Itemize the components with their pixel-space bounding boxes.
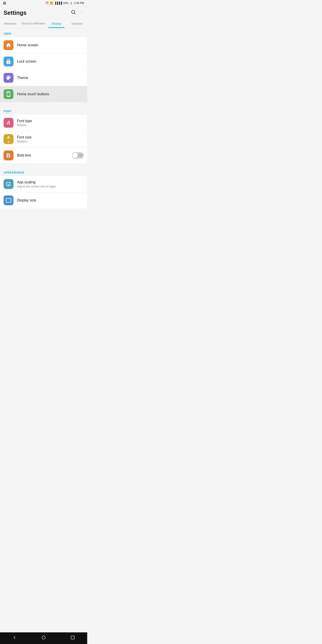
bottom-nav-spacer (0, 208, 87, 220)
settings-item-font-size[interactable]: AA Font size Medium (0, 131, 87, 147)
home-touch-icon (4, 89, 14, 99)
signal-icon: ▐▐▐▐ (54, 2, 62, 5)
font-size-title: Font size (17, 135, 84, 139)
app-scaling-subtitle: Adjust the screen size of apps (17, 185, 84, 188)
settings-item-home-screen[interactable]: Home screen (0, 37, 87, 54)
font-type-title: Font type (17, 119, 84, 123)
settings-item-home-touch[interactable]: Home touch buttons (0, 86, 87, 102)
app-scaling-title: App scaling (17, 180, 84, 184)
bold-text-toggle[interactable]: OFF (72, 152, 84, 158)
settings-item-font-type[interactable]: A Font type Roboto (0, 115, 87, 131)
section-divider-font (0, 102, 87, 106)
status-icons: ⏰ 📶 ▐▐▐▐ 93% 🔋 2:45 PM (46, 2, 84, 5)
header: Settings (0, 6, 87, 17)
font-type-subtitle: Roboto (17, 124, 84, 127)
font-type-icon: A (4, 118, 14, 128)
display-size-title: Display size (17, 198, 84, 202)
tab-general[interactable]: General (67, 19, 87, 28)
tab-display[interactable]: Display (46, 19, 67, 28)
tab-sound[interactable]: Sound & notification (20, 19, 46, 28)
toggle-off-label: OFF (78, 154, 82, 156)
time-display: 2:45 PM (74, 2, 84, 5)
theme-icon (4, 73, 14, 83)
lock-screen-icon (4, 56, 14, 66)
section-header-appearance: APPEARANCE (0, 167, 87, 176)
page-title: Settings (4, 10, 26, 16)
alarm-icon: ⏰ (46, 2, 49, 5)
bold-text-icon: B (4, 150, 14, 160)
home-screen-icon (4, 40, 14, 50)
header-actions (70, 8, 84, 17)
toggle-knob (72, 153, 78, 158)
section-header-font: FONT (0, 106, 87, 115)
home-screen-title: Home screen (17, 43, 84, 47)
app-scaling-icon (4, 179, 14, 189)
battery-icon: 🔋 (70, 2, 73, 5)
bold-text-title: Bold text (17, 154, 72, 158)
wifi-icon: 📶 (50, 2, 53, 5)
tab-networks[interactable]: Networks (0, 19, 20, 28)
svg-point-0 (72, 10, 75, 14)
lock-screen-title: Lock screen (17, 60, 84, 64)
status-bar: 🖼 ⏰ 📶 ▐▐▐▐ 93% 🔋 2:45 PM (0, 0, 87, 6)
display-size-icon (4, 196, 14, 205)
tabs: Networks Sound & notification Display Ge… (0, 19, 87, 28)
settings-item-app-scaling[interactable]: App scaling Adjust the screen size of ap… (0, 176, 87, 192)
section-header-view: VIEW (0, 28, 87, 37)
search-button[interactable] (70, 8, 77, 17)
svg-line-1 (74, 13, 76, 14)
settings-item-display-size[interactable]: Display size (0, 192, 87, 208)
appearance-section-list: App scaling Adjust the screen size of ap… (0, 176, 87, 208)
home-touch-title: Home touch buttons (17, 92, 84, 96)
settings-item-theme[interactable]: Theme (0, 70, 87, 86)
section-divider-appearance (0, 164, 87, 167)
settings-item-lock-screen[interactable]: Lock screen (0, 54, 87, 70)
font-size-subtitle: Medium (17, 140, 84, 143)
view-section-list: Home screen Lock screen Theme Home touch… (0, 37, 87, 102)
more-options-button[interactable] (80, 8, 84, 17)
settings-item-bold-text[interactable]: B Bold text OFF (0, 147, 87, 164)
font-size-icon: AA (4, 134, 14, 144)
font-section-list: A Font type Roboto AA Font size Medium B… (0, 115, 87, 164)
battery-percent: 93% (63, 2, 68, 5)
theme-title: Theme (17, 76, 84, 80)
status-left-icon: 🖼 (3, 2, 6, 5)
